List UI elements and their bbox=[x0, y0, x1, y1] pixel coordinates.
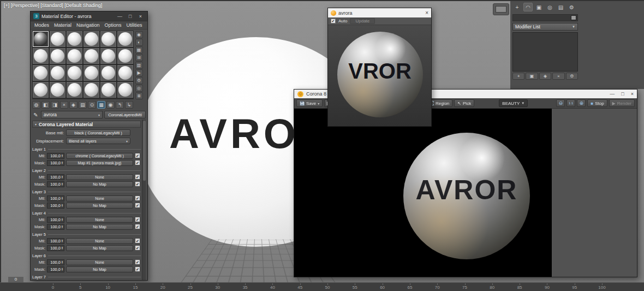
close-button[interactable]: × bbox=[136, 14, 145, 19]
material-sample-slot[interactable] bbox=[117, 47, 134, 64]
mask-map-button[interactable]: No Map bbox=[66, 266, 133, 272]
preview-titlebar[interactable]: avrora × bbox=[328, 8, 431, 17]
spinner-arrows[interactable]: ▴▾ bbox=[61, 161, 64, 165]
material-sample-slot[interactable] bbox=[49, 81, 66, 98]
auto-checkbox[interactable]: ✔ bbox=[331, 19, 336, 23]
material-sample-slot[interactable] bbox=[83, 31, 100, 47]
mask-map-button[interactable]: No Map bbox=[66, 224, 133, 230]
modify-tab-icon[interactable]: ◠ bbox=[523, 3, 533, 11]
mtl-enable-checkbox[interactable]: ✔ bbox=[135, 259, 140, 265]
spinner-down-icon[interactable]: ▾ bbox=[62, 269, 63, 271]
zoom-out-icon[interactable]: ⊖ bbox=[556, 99, 565, 107]
assign-to-selection-icon[interactable]: ◨ bbox=[51, 101, 59, 109]
mtl-enable-checkbox[interactable]: ✔ bbox=[135, 217, 140, 222]
modifier-list-dropdown[interactable]: Modifier List ▼ bbox=[512, 23, 578, 31]
spinner-down-icon[interactable]: ▾ bbox=[62, 248, 63, 250]
material-sample-slot[interactable] bbox=[83, 81, 100, 98]
mask-amount-spinner[interactable]: 100,0▴▾ bbox=[47, 245, 64, 251]
material-sample-slot[interactable] bbox=[117, 64, 134, 81]
make-unique-icon[interactable]: ◈ bbox=[539, 73, 551, 80]
background-icon[interactable]: ▦ bbox=[135, 46, 143, 54]
material-sample-slot[interactable] bbox=[83, 47, 100, 64]
mtl-map-button[interactable]: None bbox=[66, 195, 133, 201]
options-icon[interactable]: ⚙ bbox=[135, 77, 143, 84]
spinner-down-icon[interactable]: ▾ bbox=[62, 262, 63, 264]
menu-material[interactable]: Material bbox=[54, 22, 71, 28]
material-map-navigator-icon[interactable]: ≣ bbox=[135, 92, 143, 99]
material-sample-slot[interactable] bbox=[100, 81, 117, 98]
spinner-arrows[interactable]: ▴▾ bbox=[61, 225, 64, 229]
zoom-fit-icon[interactable]: 1:1 bbox=[567, 99, 575, 107]
mask-amount-spinner[interactable]: 100,0▴▾ bbox=[47, 160, 64, 166]
mtl-enable-checkbox[interactable]: ✔ bbox=[135, 153, 140, 158]
spinner-arrows[interactable]: ▴▾ bbox=[61, 204, 64, 207]
base-mtl-button[interactable]: black ( CoronaLegacyMtl ) bbox=[66, 129, 130, 136]
modifier-stack[interactable] bbox=[512, 32, 578, 72]
mtl-amount-spinner[interactable]: 100,0▴▾ bbox=[47, 153, 64, 159]
maximize-button[interactable]: □ bbox=[621, 91, 624, 97]
remove-modifier-icon[interactable]: × bbox=[552, 73, 564, 80]
mtl-amount-spinner[interactable]: 100,0▴▾ bbox=[47, 174, 64, 180]
mtl-amount-spinner[interactable]: 100,0▴▾ bbox=[47, 217, 64, 223]
mask-amount-spinner[interactable]: 100,0▴▾ bbox=[47, 224, 64, 230]
get-material-icon[interactable]: ◍ bbox=[32, 101, 40, 109]
hierarchy-tab-icon[interactable]: ▣ bbox=[534, 3, 544, 11]
mask-amount-spinner[interactable]: 100,0▴▾ bbox=[47, 181, 64, 187]
material-sample-slot[interactable] bbox=[66, 31, 83, 47]
displacement-dropdown[interactable]: Blend all layers ▾ bbox=[66, 138, 130, 144]
spinner-arrows[interactable]: ▴▾ bbox=[61, 239, 64, 243]
show-map-in-viewport-icon[interactable]: ▦ bbox=[97, 101, 105, 109]
close-button[interactable]: × bbox=[631, 91, 634, 97]
render-button[interactable]: ▶ Render bbox=[609, 99, 635, 107]
go-forward-icon[interactable]: ↳ bbox=[125, 101, 133, 109]
spinner-down-icon[interactable]: ▾ bbox=[62, 205, 63, 207]
object-name-field[interactable] bbox=[512, 14, 578, 21]
utilities-tab-icon[interactable]: ⚙ bbox=[567, 3, 576, 11]
material-sample-slot[interactable] bbox=[49, 31, 66, 47]
mtl-amount-spinner[interactable]: 100,0▴▾ bbox=[47, 238, 64, 244]
mask-enable-checkbox[interactable]: ✔ bbox=[135, 181, 140, 187]
material-sample-slot[interactable] bbox=[100, 47, 117, 64]
mtl-enable-checkbox[interactable]: ✔ bbox=[135, 238, 140, 244]
show-end-result-icon[interactable]: ▣ bbox=[526, 73, 538, 80]
save-button[interactable]: Save ▾ bbox=[296, 99, 323, 107]
mtl-map-button[interactable]: None bbox=[66, 174, 133, 180]
mtl-map-button[interactable]: chrome ( CoronaLegacyMtl ) bbox=[66, 153, 133, 159]
mask-map-button[interactable]: No Map bbox=[66, 181, 133, 187]
spinner-arrows[interactable]: ▴▾ bbox=[61, 268, 64, 271]
material-type-button[interactable]: CoronaLayeredMtl bbox=[104, 111, 146, 118]
spinner-arrows[interactable]: ▴▾ bbox=[61, 182, 64, 186]
select-by-material-icon[interactable]: ◎ bbox=[135, 85, 143, 92]
sample-type-icon[interactable]: ◉ bbox=[135, 31, 143, 38]
menu-navigation[interactable]: Navigation bbox=[76, 22, 100, 28]
material-id-icon[interactable]: ⊙ bbox=[88, 101, 96, 109]
mask-map-button[interactable]: No Map bbox=[66, 203, 133, 209]
go-to-parent-icon[interactable]: ↰ bbox=[116, 101, 124, 109]
minimize-button[interactable]: — bbox=[116, 14, 124, 19]
object-color-swatch[interactable] bbox=[571, 15, 576, 20]
zoom-in-icon[interactable]: ⊕ bbox=[577, 99, 586, 107]
material-sample-slot[interactable] bbox=[32, 47, 49, 64]
menu-modes[interactable]: Modes bbox=[34, 22, 49, 28]
put-to-library-icon[interactable]: ▤ bbox=[79, 101, 87, 109]
spinner-down-icon[interactable]: ▾ bbox=[62, 156, 63, 158]
eyedropper-icon[interactable]: ✎ bbox=[32, 111, 39, 118]
maximize-button[interactable]: □ bbox=[126, 14, 134, 19]
material-sample-slot[interactable] bbox=[32, 31, 49, 47]
material-sample-slot[interactable] bbox=[66, 81, 83, 98]
spinner-down-icon[interactable]: ▾ bbox=[62, 219, 63, 222]
material-name-dropdown[interactable]: avrora ▾ bbox=[41, 111, 103, 118]
video-color-check-icon[interactable]: ▥ bbox=[135, 62, 143, 69]
pick-button[interactable]: ↖ Pick bbox=[454, 99, 474, 107]
material-editor-titlebar[interactable]: 3 Material Editor - avrora — □ × bbox=[31, 11, 147, 21]
mask-map-button[interactable]: No Map bbox=[66, 245, 133, 251]
spinner-arrows[interactable]: ▴▾ bbox=[61, 154, 64, 158]
material-sample-slot[interactable] bbox=[100, 64, 117, 81]
material-sample-slot[interactable] bbox=[66, 47, 83, 64]
spinner-arrows[interactable]: ▴▾ bbox=[61, 175, 64, 179]
display-tab-icon[interactable]: ▤ bbox=[556, 3, 565, 11]
timeline-ruler[interactable]: 0510152025303540455055606570758085909510… bbox=[0, 282, 644, 291]
mask-map-button[interactable]: Map #1 (avrora mask.jpg) bbox=[66, 160, 133, 166]
material-sample-slot[interactable] bbox=[117, 31, 134, 47]
spinner-down-icon[interactable]: ▾ bbox=[62, 241, 63, 243]
